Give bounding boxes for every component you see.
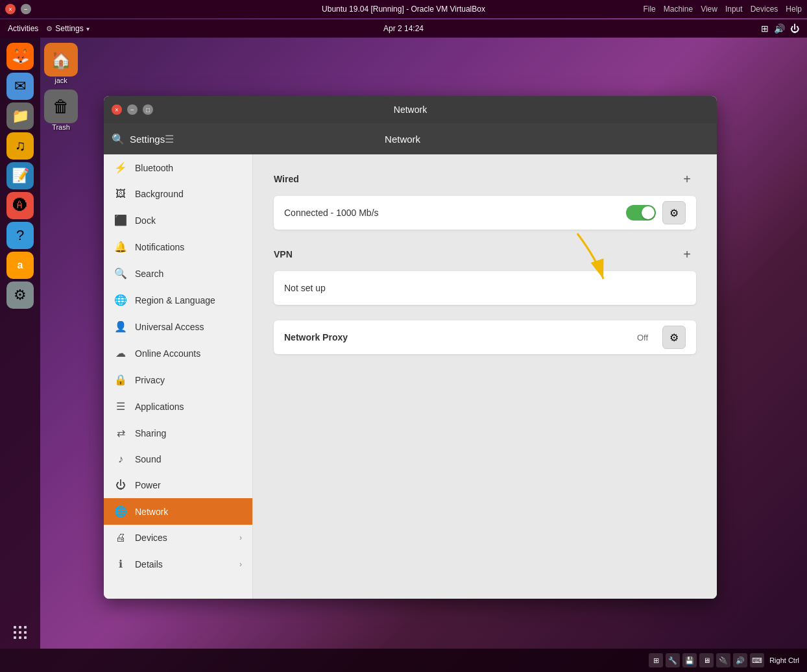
vpn-title: VPN (274, 249, 293, 259)
proxy-status: Off (637, 333, 648, 342)
sys-tray-3: 💾 (682, 653, 697, 667)
window-minimize-btn[interactable]: − (127, 104, 138, 115)
settings-content: Wired + Connected - 1000 Mb/s ⚙ VPN + (253, 154, 717, 599)
bluetooth-icon: ⚡ (114, 162, 127, 174)
svg-rect-0 (14, 626, 16, 629)
devices-chevron: › (239, 533, 242, 542)
sidebar-label-sharing: Sharing (135, 428, 166, 438)
ubuntu-taskbar: Activities ⚙ Settings ▾ Apr 2 14:24 ⊞ 🔊 … (0, 19, 807, 38)
power-icon: ⏻ (114, 479, 127, 491)
sidebar-label-notifications: Notifications (135, 242, 184, 252)
notifications-icon: 🔔 (114, 241, 127, 253)
proxy-row: Network Proxy Off ⚙ (274, 320, 696, 354)
search-sidebar-icon: 🔍 (114, 267, 127, 280)
trash-desktop-icon[interactable]: 🗑 Trash (44, 90, 78, 131)
svg-rect-3 (14, 631, 16, 634)
settings-menu-label: Settings (55, 24, 83, 33)
jack-desktop-icon[interactable]: 🏠 jack (44, 43, 78, 84)
sys-tray-5: 🔌 (716, 653, 730, 667)
dock-amazon[interactable]: a (6, 252, 34, 279)
sidebar-label-dock: Dock (135, 215, 156, 226)
details-icon: ℹ (114, 558, 127, 570)
settings-menu-btn[interactable]: ⚙ Settings ▾ (46, 24, 89, 33)
sidebar-item-notifications[interactable]: 🔔 Notifications (104, 234, 252, 260)
network-tray-icon: ⊞ (761, 23, 769, 34)
dock-bottom (6, 619, 34, 649)
vpn-section: VPN + Not set up (274, 245, 696, 305)
sidebar-item-network[interactable]: 🌐 Network (104, 498, 252, 525)
sidebar-item-region[interactable]: 🌐 Region & Language (104, 287, 252, 313)
sidebar-label-online: Online Accounts (135, 348, 200, 359)
sidebar-label-details: Details (135, 559, 163, 570)
wired-gear-btn[interactable]: ⚙ (662, 201, 686, 224)
sidebar-item-privacy[interactable]: 🔒 Privacy (104, 366, 252, 393)
dock-firefox[interactable]: 🦊 (6, 43, 34, 70)
dock-mail[interactable]: ✉ (6, 73, 34, 100)
window-title: Network (394, 104, 427, 115)
wired-add-btn[interactable]: + (678, 170, 696, 188)
devices-icon: 🖨 (114, 532, 127, 544)
section-title-header: Network (104, 134, 709, 145)
wired-toggle-knob (642, 206, 655, 219)
dock-writer[interactable]: 📝 (6, 162, 34, 189)
bottom-taskbar-right: ⊞ 🔧 💾 🖥 🔌 🔊 ⌨ Right Ctrl (649, 653, 799, 667)
online-icon: ☁ (114, 347, 127, 359)
taskbar-left: × − (5, 4, 31, 14)
menu-file[interactable]: File (643, 5, 655, 14)
sidebar-label-bluetooth: Bluetooth (135, 163, 173, 173)
sound-tray-icon: 🔊 (774, 23, 785, 34)
wired-section: Wired + Connected - 1000 Mb/s ⚙ (274, 170, 696, 230)
sidebar-item-devices[interactable]: 🖨 Devices › (104, 525, 252, 551)
proxy-gear-btn[interactable]: ⚙ (662, 326, 686, 349)
vpn-section-header: VPN + (274, 245, 696, 263)
virtualbox-close-btn[interactable]: × (5, 4, 16, 14)
sidebar-item-background[interactable]: 🖼 Background (104, 181, 252, 207)
dock-software[interactable]: 🅐 (6, 192, 34, 219)
applications-icon: ☰ (114, 400, 127, 413)
sys-tray-2: 🔧 (666, 653, 680, 667)
activities-btn[interactable]: Activities (8, 24, 38, 33)
wired-toggle[interactable] (626, 205, 656, 221)
settings-window: × − □ Network 🔍 Settings ☰ Network ⚡ Blu… (104, 96, 717, 599)
svg-rect-7 (19, 636, 21, 639)
proxy-section: Network Proxy Off ⚙ (274, 320, 696, 354)
sidebar-item-power[interactable]: ⏻ Power (104, 472, 252, 498)
sidebar-item-search[interactable]: 🔍 Search (104, 260, 252, 287)
sidebar-item-universal[interactable]: 👤 Universal Access (104, 313, 252, 340)
show-apps-btn[interactable] (6, 619, 34, 646)
sys-tray-1: ⊞ (649, 653, 663, 667)
sidebar-item-dock[interactable]: ⬛ Dock (104, 207, 252, 234)
dock-help[interactable]: ? (6, 222, 34, 249)
window-maximize-btn[interactable]: □ (143, 104, 153, 115)
menu-help[interactable]: Help (786, 5, 802, 14)
virtualbox-min-btn[interactable]: − (21, 4, 31, 14)
proxy-label: Network Proxy (284, 332, 637, 342)
vpn-add-btn[interactable]: + (678, 245, 696, 263)
virtualbox-title: Ubuntu 19.04 [Running] - Oracle VM Virtu… (322, 5, 485, 14)
dock-rhythmbox[interactable]: ♫ (6, 132, 34, 160)
svg-rect-6 (14, 636, 16, 639)
menu-input[interactable]: Input (725, 5, 743, 14)
dock-files[interactable]: 📁 (6, 102, 34, 130)
menu-machine[interactable]: Machine (664, 5, 693, 14)
sidebar-item-sharing[interactable]: ⇄ Sharing (104, 420, 252, 446)
dock: 🏠 jack 🗑 Trash 🦊 ✉ 📁 ♫ 📝 🅐 ? a ⚙ (0, 38, 40, 649)
wired-title: Wired (274, 174, 299, 184)
settings-sidebar: ⚡ Bluetooth 🖼 Background ⬛ Dock 🔔 Notifi… (104, 154, 253, 599)
wired-connection-row: Connected - 1000 Mb/s ⚙ (274, 196, 696, 230)
sys-tray-7: ⌨ (750, 653, 764, 667)
sidebar-item-sound[interactable]: ♪ Sound (104, 446, 252, 472)
window-close-btn[interactable]: × (112, 104, 122, 115)
sidebar-label-sound: Sound (135, 454, 161, 464)
menu-view[interactable]: View (701, 5, 717, 14)
sidebar-label-network: Network (135, 507, 168, 517)
sidebar-item-online[interactable]: ☁ Online Accounts (104, 340, 252, 366)
sidebar-item-applications[interactable]: ☰ Applications (104, 393, 252, 420)
sidebar-label-devices: Devices (135, 533, 167, 543)
dock-settings[interactable]: ⚙ (6, 282, 34, 309)
wired-connection-label: Connected - 1000 Mb/s (284, 208, 626, 218)
sidebar-item-details[interactable]: ℹ Details › (104, 551, 252, 577)
menu-devices[interactable]: Devices (751, 5, 778, 14)
sidebar-item-bluetooth[interactable]: ⚡ Bluetooth (104, 154, 252, 181)
bottom-taskbar: ⊞ 🔧 💾 🖥 🔌 🔊 ⌨ Right Ctrl (0, 649, 807, 672)
